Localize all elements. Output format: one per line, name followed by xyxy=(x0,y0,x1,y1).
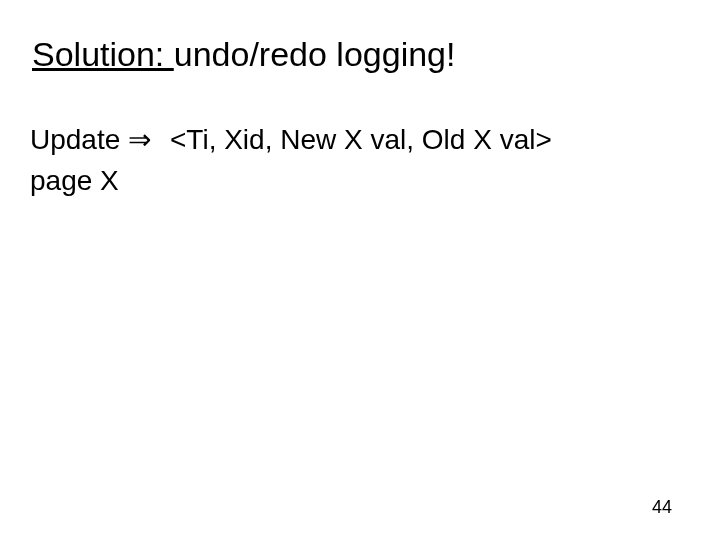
slide-body: Update ⇒ <Ti, Xid, New X val, Old X val>… xyxy=(30,120,690,201)
slide: Solution: undo/redo logging! Update ⇒ <T… xyxy=(0,0,720,540)
body-left-1: Update ⇒ xyxy=(30,120,170,161)
body-row-1: Update ⇒ <Ti, Xid, New X val, Old X val> xyxy=(30,120,690,161)
update-label: Update xyxy=(30,124,120,155)
body-left-2: page X xyxy=(30,161,170,202)
title-underlined: Solution: xyxy=(32,35,174,73)
body-row-2: page X xyxy=(30,161,690,202)
page-number: 44 xyxy=(652,497,672,518)
arrow-icon: ⇒ xyxy=(128,124,151,155)
slide-title: Solution: undo/redo logging! xyxy=(32,34,455,75)
log-record: <Ti, Xid, New X val, Old X val> xyxy=(170,120,690,161)
title-rest: undo/redo logging! xyxy=(174,35,456,73)
